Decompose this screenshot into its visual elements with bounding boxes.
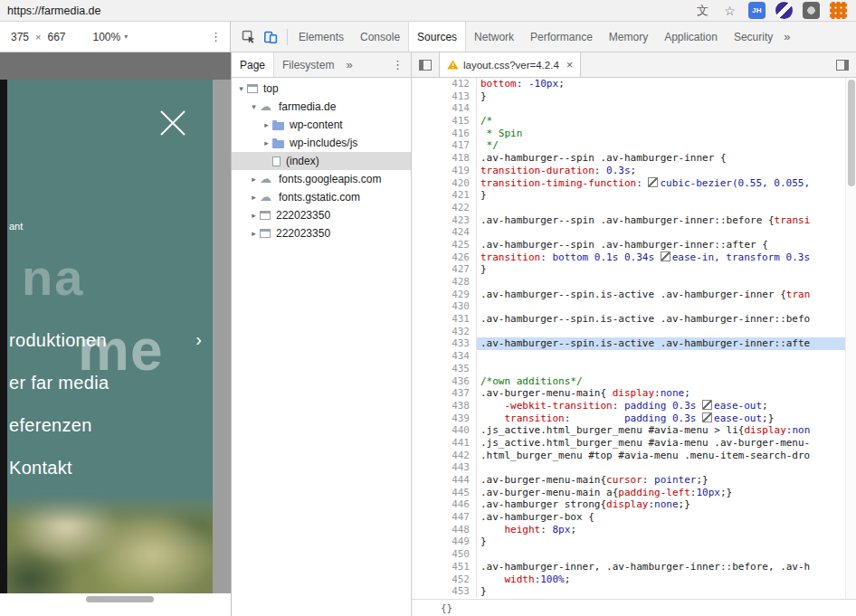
code-text[interactable] [477,226,845,239]
code-line-420[interactable]: 420transition-timing-function: cubic-bez… [412,177,845,190]
code-line-439[interactable]: 439 transition: padding 0.3s ease-out;} [412,412,845,425]
code-text[interactable]: } [477,189,845,202]
line-number[interactable]: 416 [412,128,477,140]
line-number[interactable]: 452 [412,573,477,586]
code-line-431[interactable]: 431.av-hamburger--spin.is-active .av-ham… [412,313,845,326]
tab-network[interactable]: Network [466,22,522,52]
code-text[interactable]: transition-duration: 0.3s; [477,165,845,177]
code-text[interactable]: height: 8px; [477,524,845,536]
code-line-421[interactable]: 421} [412,189,845,202]
line-number[interactable]: 413 [412,90,477,103]
pretty-print-button[interactable]: {} [441,602,452,614]
code-text[interactable]: } [477,535,845,548]
line-number[interactable]: 421 [412,189,477,202]
editor-scrollbar-track[interactable] [845,78,856,599]
code-text[interactable]: .html_burger_menu #top #avia-menu .menu-… [477,450,845,462]
code-text[interactable]: .av-burger-menu-main{ display:none; [477,387,845,400]
extension-icon-purple[interactable] [775,2,793,19]
code-text[interactable]: .av-hamburger--spin.is-active .av-hambur… [477,337,845,350]
code-text[interactable] [477,363,845,375]
code-line-426[interactable]: 426transition: bottom 0.1s 0.34s ease-in… [412,251,845,264]
code-text[interactable]: */ [477,139,845,152]
menu-item-roduktionen[interactable]: roduktionen [9,319,109,362]
submenu-chevron-icon[interactable]: › [195,329,202,350]
tab-memory[interactable]: Memory [601,22,656,52]
line-number[interactable]: 424 [412,226,477,239]
code-text[interactable]: .av-burger-menu-main a{padding-left:10px… [477,487,845,499]
line-number[interactable]: 420 [412,177,477,190]
line-number[interactable]: 419 [412,165,477,177]
tree-item-222023350[interactable]: ▸222023350 [232,224,411,242]
code-line-438[interactable]: 438 -webkit-transition: padding 0.3s eas… [412,400,845,412]
tab-sources[interactable]: Sources [408,22,466,52]
line-number[interactable]: 429 [412,289,477,301]
code-line-448[interactable]: 448 height: 8px; [412,524,845,536]
code-line-417[interactable]: 417 */ [412,139,845,152]
inspect-element-button[interactable] [238,26,260,48]
line-number[interactable]: 431 [412,313,477,326]
code-text[interactable]: transition: padding 0.3s ease-out;} [477,412,845,425]
editor-scrollbar-thumb[interactable] [848,80,855,186]
chevron-right-icon[interactable]: ▸ [261,120,272,129]
tab-performance[interactable]: Performance [522,22,601,52]
tree-item-top[interactable]: ▾top [232,80,411,98]
line-number[interactable]: 437 [412,387,477,400]
line-number[interactable]: 422 [412,202,477,214]
code-line-415[interactable]: 415/* [412,115,845,128]
code-line-452[interactable]: 452 width:100%; [412,573,845,586]
extension-icon-jh[interactable]: JH [748,2,766,19]
url-text[interactable]: https://farmedia.de [7,5,101,17]
code-line-451[interactable]: 451.av-hamburger-inner, .av-hamburger-in… [412,561,845,573]
code-line-453[interactable]: 453} [412,585,845,598]
browser-address-bar[interactable]: https://farmedia.de 文☆JH [0,0,856,22]
code-line-428[interactable]: 428 [412,276,845,289]
chevron-down-icon[interactable]: ▾ [235,84,247,93]
line-number[interactable]: 428 [412,276,477,289]
code-text[interactable]: } [477,263,845,276]
code-text[interactable] [477,102,845,115]
more-tabs-icon[interactable]: » [784,30,790,43]
line-number[interactable]: 450 [412,548,477,561]
line-number[interactable]: 445 [412,487,477,499]
hide-navigator-button[interactable] [412,52,439,77]
line-number[interactable]: 438 [412,400,477,412]
code-line-434[interactable]: 434 [412,350,845,363]
menu-item-kontakt[interactable]: Kontakt [9,447,109,489]
code-text[interactable]: } [477,90,845,103]
code-line-432[interactable]: 432 [412,326,845,338]
device-height-input[interactable]: 667 [47,31,65,43]
code-line-412[interactable]: 412bottom: -10px; [412,78,845,90]
code-text[interactable]: .js_active.html_burger_menu #avia-menu .… [477,437,845,450]
line-number[interactable]: 441 [412,437,477,450]
code-line-430[interactable]: 430 [412,300,845,313]
code-line-413[interactable]: 413} [412,90,845,103]
code-text[interactable]: * Spin [477,128,845,140]
line-number[interactable]: 427 [412,263,477,276]
line-number[interactable]: 433 [412,337,477,350]
close-tab-icon[interactable]: × [566,59,574,71]
code-line-414[interactable]: 414 [412,102,845,115]
code-line-424[interactable]: 424 [412,226,845,239]
code-text[interactable]: .av-hamburger--spin .av-hamburger-inner:… [477,239,845,251]
tree-item-222023350[interactable]: ▸222023350 [232,206,411,224]
line-number[interactable]: 430 [412,300,477,313]
line-number[interactable]: 443 [412,461,477,474]
code-line-429[interactable]: 429.av-hamburger--spin.is-active .av-ham… [412,289,845,301]
line-number[interactable]: 451 [412,561,477,573]
code-text[interactable]: .av-hamburger-inner, .av-hamburger-inner… [477,561,845,573]
tab-security[interactable]: Security [726,22,781,52]
code-text[interactable]: .av-hamburger--spin.is-active .av-hambur… [477,313,845,326]
toggle-device-toolbar-button[interactable] [260,26,281,48]
code-text[interactable]: .av-hamburger strong{display:none;} [477,498,845,511]
code-text[interactable]: bottom: -10px; [477,78,845,90]
line-number[interactable]: 423 [412,214,477,227]
line-number[interactable]: 446 [412,498,477,511]
line-number[interactable]: 435 [412,363,477,375]
code-line-427[interactable]: 427} [412,263,845,276]
device-width-input[interactable]: 375 [11,31,29,43]
line-number[interactable]: 412 [412,78,477,90]
menu-item-er-far-media[interactable]: er far media [9,362,109,404]
line-number[interactable]: 418 [412,152,477,165]
code-text[interactable] [477,461,845,474]
show-drawer-button[interactable] [829,52,856,77]
